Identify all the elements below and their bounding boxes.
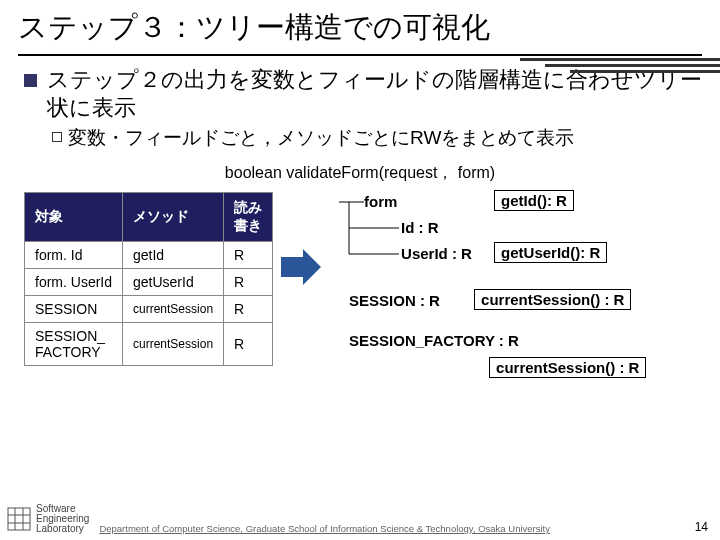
cell-method: getId xyxy=(123,242,224,269)
page-number: 14 xyxy=(695,520,708,534)
th-rw: 読み 書き xyxy=(224,193,273,242)
code-signature: boolean validateForm(request， form) xyxy=(18,163,702,184)
cell-method: getUserId xyxy=(123,269,224,296)
tree-getid-box: getId(): R xyxy=(494,190,574,211)
arrow-icon xyxy=(281,192,321,342)
tree-id: Id : R xyxy=(401,219,439,236)
cell-rw: R xyxy=(224,242,273,269)
bullet-level2: 変数・フィールドごと，メソッドごとにRWをまとめて表示 xyxy=(52,125,702,151)
table-row: SESSION_ FACTORY currentSession R xyxy=(25,323,273,366)
rw-table: 対象 メソッド 読み 書き form. Id getId R form. Use… xyxy=(24,192,273,366)
department-text: Department of Computer Science, Graduate… xyxy=(99,523,686,534)
cell-target: SESSION xyxy=(25,296,123,323)
square-bullet-icon xyxy=(24,74,37,87)
corner-decoration xyxy=(520,58,720,76)
tree-diagram: form getId(): R Id : R UserId : R getUse… xyxy=(329,192,702,402)
lab-logo: Software Engineering Laboratory xyxy=(6,504,89,534)
table-row: form. UserId getUserId R xyxy=(25,269,273,296)
tree-getuserid-box: getUserId(): R xyxy=(494,242,607,263)
title-rule xyxy=(18,54,702,56)
table-row: SESSION currentSession R xyxy=(25,296,273,323)
tree-root: form xyxy=(364,193,397,210)
cell-rw: R xyxy=(224,296,273,323)
cell-target: SESSION_ FACTORY xyxy=(25,323,123,366)
svg-rect-5 xyxy=(8,508,30,530)
table-row: form. Id getId R xyxy=(25,242,273,269)
tree-cursession2-box: currentSession() : R xyxy=(489,357,646,378)
svg-marker-0 xyxy=(281,249,321,285)
cell-method: currentSession xyxy=(123,323,224,366)
bullet-l2-text: 変数・フィールドごと，メソッドごとにRWをまとめて表示 xyxy=(68,125,574,151)
cell-target: form. Id xyxy=(25,242,123,269)
tree-sessionfactory: SESSION_FACTORY : R xyxy=(349,332,519,349)
tree-session: SESSION : R xyxy=(349,292,440,309)
tree-cursession1-box: currentSession() : R xyxy=(474,289,631,310)
tree-userid: UserId : R xyxy=(401,245,472,262)
cell-rw: R xyxy=(224,323,273,366)
th-target: 対象 xyxy=(25,193,123,242)
hollow-square-bullet-icon xyxy=(52,132,62,142)
footer: Software Engineering Laboratory Departme… xyxy=(0,504,720,534)
logo-icon xyxy=(6,506,32,532)
th-method: メソッド xyxy=(123,193,224,242)
logo-line3: Laboratory xyxy=(36,524,89,534)
cell-method: currentSession xyxy=(123,296,224,323)
cell-target: form. UserId xyxy=(25,269,123,296)
cell-rw: R xyxy=(224,269,273,296)
slide-title: ステップ３：ツリー構造での可視化 xyxy=(18,8,702,48)
